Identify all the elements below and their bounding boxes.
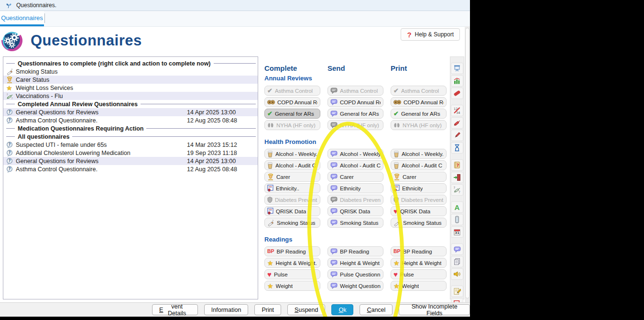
list-item-asthma-control-questionnaire[interactable]: ?Asthma Control Questionnaire.12 Aug 202… bbox=[3, 116, 258, 124]
print-button-copd-annual-re[interactable]: COPD Annual Re... bbox=[391, 97, 447, 107]
tool-mobile-phone-button[interactable] bbox=[451, 214, 463, 225]
send-button-pulse-questionn[interactable]: Pulse Questionn... bbox=[327, 269, 383, 279]
send-button-general-for-ars[interactable]: General for ARs bbox=[327, 109, 383, 119]
print-button-bp-reading[interactable]: BPBP Reading bbox=[391, 246, 447, 256]
section-header-questionnaires-to-complete-rig: Questionnaires to complete (right click … bbox=[3, 59, 258, 67]
print-button-smoking-status[interactable]: Smoking Status bbox=[391, 218, 447, 228]
list-item-suspected-uti-female-under-65s[interactable]: ?Suspected UTI - female under 65s14 Mar … bbox=[3, 141, 258, 149]
button-label: Ethnicity bbox=[402, 186, 423, 191]
svg-text:?: ? bbox=[9, 143, 11, 147]
print-button-alcohol-audit-c[interactable]: Alcohol - Audit C bbox=[391, 160, 447, 170]
tool-bar-chart-button[interactable] bbox=[451, 75, 463, 87]
button-label: Asthma Control bbox=[340, 88, 378, 94]
list-item-carer-status[interactable]: Carer Status bbox=[3, 76, 258, 84]
list-item-additional-cholesterol-lowering-medication[interactable]: ?Additional Cholesterol Lowering Medicat… bbox=[3, 149, 258, 157]
cancel-button[interactable]: Cancel bbox=[360, 304, 393, 315]
print-button[interactable]: Print bbox=[254, 304, 281, 315]
print-button-carer[interactable]: Carer bbox=[391, 172, 447, 182]
carer-icon bbox=[267, 174, 274, 180]
tool-documents-button[interactable] bbox=[451, 256, 463, 267]
button-label: COPD Annual Re... bbox=[340, 99, 381, 105]
print-button-height-weight[interactable]: ★Height & Weight bbox=[391, 258, 447, 268]
complete-button-bp-reading[interactable]: BPBP Reading bbox=[264, 246, 320, 256]
bubble-purple-icon bbox=[330, 99, 338, 105]
print-button-pulse[interactable]: ♥Pulse bbox=[391, 269, 447, 279]
tool-hourglass-button[interactable] bbox=[451, 142, 463, 154]
vertical-scrollbar[interactable] bbox=[465, 26, 470, 302]
print-button-qrisk-data[interactable]: ♥QRISK Data bbox=[391, 206, 447, 216]
tool-pill-button[interactable] bbox=[451, 88, 463, 99]
complete-button-smoking-status[interactable]: Smoking Status bbox=[264, 218, 320, 228]
tool-speaker-button[interactable] bbox=[451, 268, 463, 280]
suspend-button[interactable]: Suspend bbox=[287, 304, 325, 315]
button-label: Alcohol - Audit C bbox=[340, 163, 381, 168]
tool-edit-note-button[interactable] bbox=[451, 286, 463, 297]
complete-button-alcohol-audit-c[interactable]: Alcohol - Audit C bbox=[264, 160, 320, 170]
list-item-general-questions-for-reviews[interactable]: ?General Questions for Reviews14 Apr 202… bbox=[3, 108, 258, 116]
carer-icon bbox=[6, 77, 13, 83]
complete-button-ethnicity[interactable]: Ethnicity.. bbox=[264, 183, 320, 193]
scrollbar-thumb[interactable] bbox=[465, 28, 469, 298]
print-button-ethnicity[interactable]: Ethnicity bbox=[391, 183, 447, 193]
cigarette-icon bbox=[393, 220, 401, 226]
complete-button-alcohol-weekly[interactable]: Alcohol - Weekly... bbox=[264, 149, 320, 159]
list-item-weight-loss-services[interactable]: ★Weight Loss Services bbox=[3, 84, 258, 92]
information-button[interactable]: Information bbox=[204, 304, 249, 315]
list-item-vaccinations-flu[interactable]: ??Vaccinations - Flu bbox=[3, 92, 258, 100]
check-green-icon: ✔ bbox=[267, 110, 273, 117]
print-button-alcohol-weekly[interactable]: Alcohol - Weekly... bbox=[391, 149, 447, 159]
send-button-smoking-status[interactable]: Smoking Status bbox=[327, 218, 383, 228]
bubble-purple-icon bbox=[330, 271, 338, 277]
tool-syringe-button[interactable] bbox=[451, 117, 463, 129]
send-button-ethnicity[interactable]: Ethnicity bbox=[327, 183, 383, 193]
svg-text:?: ? bbox=[9, 110, 11, 114]
show-incomplete-fields-button[interactable]: Show Incomplete Fields bbox=[399, 304, 470, 315]
list-item-general-questions-for-reviews[interactable]: ?General Questions for Reviews14 Apr 202… bbox=[3, 157, 258, 165]
button-label: Alcohol - Audit C bbox=[402, 163, 442, 168]
complete-button-pulse[interactable]: ♥Pulse bbox=[264, 269, 320, 279]
send-button-qrisk-data[interactable]: QRISK Data bbox=[327, 206, 383, 216]
ok-button[interactable]: Ok bbox=[331, 304, 353, 315]
bubble-purple-icon bbox=[330, 174, 338, 180]
send-button-alcohol-weekly[interactable]: Alcohol - Weekly... bbox=[327, 149, 383, 159]
button-label: Asthma Control bbox=[275, 88, 313, 94]
tool-marker-pen-button[interactable] bbox=[451, 130, 463, 141]
tab-questionnaires[interactable]: Questionnaires bbox=[0, 11, 44, 26]
help-support-button[interactable]: ? Help & Support bbox=[401, 28, 460, 41]
tab-label: Questionnaires bbox=[1, 14, 43, 22]
bubble-purple-icon bbox=[330, 162, 338, 168]
send-button-weight-question[interactable]: Weight Question... bbox=[327, 281, 383, 291]
print-button-general-for-ars[interactable]: ✔General for ARs bbox=[391, 109, 447, 119]
tool-vaccination-question-button[interactable]: ?? bbox=[451, 184, 463, 196]
tool-speech-bubble-button[interactable] bbox=[451, 243, 463, 255]
vaccination-question-icon: ?? bbox=[453, 186, 461, 194]
complete-button-height-weight[interactable]: ★Height & Weight. bbox=[264, 258, 320, 268]
complete-button-qrisk-data[interactable]: QRISK Data bbox=[264, 206, 320, 216]
send-button-height-weight[interactable]: Height & Weight ... bbox=[327, 258, 383, 268]
print-button-weight[interactable]: ★Weight bbox=[391, 281, 447, 291]
check-gray-icon: ✔ bbox=[393, 88, 399, 94]
button-label: Diabetes Prevent... bbox=[401, 197, 444, 203]
tool-numbers-edit-button[interactable]: 1234 bbox=[451, 105, 463, 116]
tool-help-book-button[interactable]: ? bbox=[451, 159, 463, 171]
section-header-completed-annual-review-questi: Completed Annual Review Questionnaires bbox=[3, 100, 258, 108]
tool-letter-a-button[interactable]: A bbox=[451, 201, 463, 213]
tool-exit-door-button[interactable] bbox=[451, 172, 463, 183]
complete-button-carer[interactable]: Carer bbox=[264, 172, 320, 182]
send-button-carer[interactable]: Carer bbox=[327, 172, 383, 182]
cigarette-icon bbox=[267, 220, 274, 226]
send-button-copd-annual-re[interactable]: COPD Annual Re... bbox=[327, 97, 383, 107]
event-details-button[interactable]: Event Details bbox=[152, 304, 198, 315]
send-button-bp-reading[interactable]: BP Reading bbox=[327, 246, 383, 256]
button-label: Ethnicity.. bbox=[276, 186, 299, 191]
complete-button-general-for-ars[interactable]: ✔General for ARs bbox=[264, 109, 320, 119]
list-item-smoking-status[interactable]: Smoking Status bbox=[3, 67, 258, 76]
numbers-edit-icon: 1234 bbox=[453, 107, 461, 114]
list-item-asthma-control-questionnaire[interactable]: ?Asthma Control Questionnaire.12 Aug 202… bbox=[3, 165, 258, 173]
complete-button-copd-annual-re[interactable]: COPD Annual Re... bbox=[264, 97, 320, 107]
button-label: BP Reading bbox=[340, 249, 369, 254]
complete-button-weight[interactable]: ★Weight bbox=[264, 281, 320, 291]
tool-calendar-button[interactable]: 31 bbox=[451, 226, 463, 238]
tool-presentation-screen-button[interactable] bbox=[451, 63, 463, 74]
send-button-alcohol-audit-c[interactable]: Alcohol - Audit C bbox=[327, 160, 383, 170]
